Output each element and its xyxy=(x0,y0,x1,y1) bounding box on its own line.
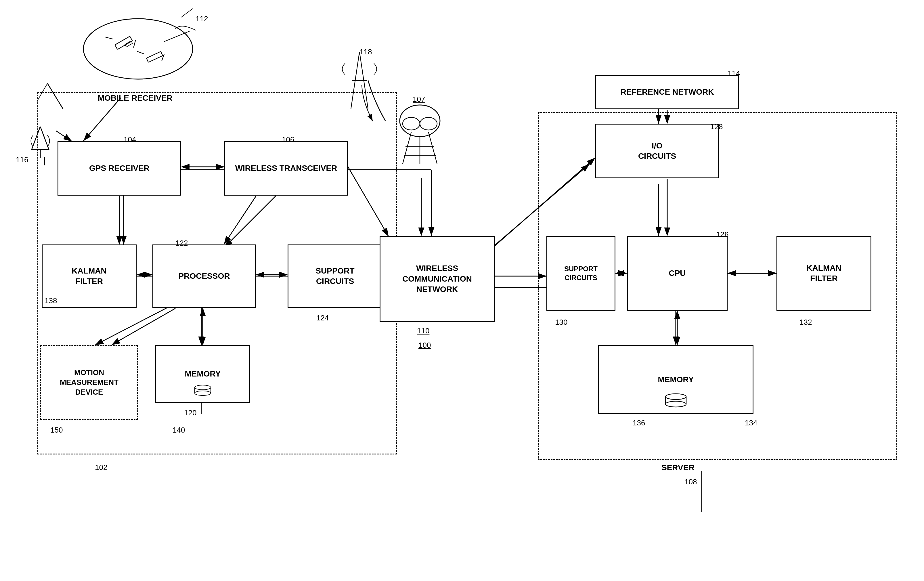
ref-128: 128 xyxy=(710,122,723,131)
kalman-filter-left-label: KALMANFILTER xyxy=(72,266,106,287)
ref-130: 130 xyxy=(555,318,568,327)
server-label: SERVER xyxy=(662,463,695,472)
ref-106: 106 xyxy=(282,135,294,144)
svg-rect-25 xyxy=(115,36,132,50)
svg-point-47 xyxy=(195,385,211,390)
ref-122: 122 xyxy=(175,239,188,248)
memory-left-label: MEMORY xyxy=(185,369,221,379)
kalman-filter-right-box: KALMANFILTER xyxy=(777,236,871,310)
ref-104: 104 xyxy=(124,135,136,144)
support-circuits-left-box: SUPPORTCIRCUITS xyxy=(287,244,383,308)
ref-116: 116 xyxy=(16,155,28,164)
cpu-label: CPU xyxy=(668,268,686,279)
wireless-transceiver-box: WIRELESS TRANSCEIVER xyxy=(224,141,348,196)
ref-112: 112 xyxy=(196,14,208,23)
ref-124: 124 xyxy=(316,314,329,322)
processor-box: PROCESSOR xyxy=(152,244,256,308)
svg-line-30 xyxy=(137,49,144,56)
ref-138: 138 xyxy=(45,296,57,305)
io-circuits-box: I/OCIRCUITS xyxy=(595,124,719,178)
wcn-label: WIRELESSCOMMUNICATIONNETWORK xyxy=(402,263,472,294)
motion-device-box: MOTIONMEASUREMENTDEVICE xyxy=(40,345,138,420)
svg-line-32 xyxy=(181,8,193,17)
ref-118: 118 xyxy=(360,48,372,56)
svg-line-27 xyxy=(105,34,112,42)
ref-114: 114 xyxy=(728,69,740,78)
svg-rect-29 xyxy=(146,51,163,63)
ref-108: 108 xyxy=(685,477,697,486)
ref-126: 126 xyxy=(716,230,728,239)
support-circuits-right-label: SUPPORTCIRCUITS xyxy=(564,264,597,282)
memory-right-label: MEMORY xyxy=(658,375,694,385)
svg-line-42 xyxy=(403,132,411,164)
ref-100: 100 xyxy=(418,341,431,350)
svg-point-39 xyxy=(400,105,440,137)
mobile-receiver-label: MOBILE RECEIVER xyxy=(98,94,173,103)
kalman-filter-right-label: KALMANFILTER xyxy=(806,263,841,284)
svg-point-51 xyxy=(665,394,686,399)
svg-rect-26 xyxy=(125,41,132,47)
memory-left-box: MEMORY xyxy=(155,345,250,403)
reference-network-label: REFERENCE NETWORK xyxy=(620,87,714,97)
ref-132: 132 xyxy=(799,318,812,327)
ref-102: 102 xyxy=(95,463,107,472)
svg-point-40 xyxy=(403,117,420,130)
ref-134: 134 xyxy=(745,419,757,427)
ref-110: 110 xyxy=(417,327,429,335)
ref-150: 150 xyxy=(50,426,63,435)
reference-network-box: REFERENCE NETWORK xyxy=(595,75,739,109)
ref-107: 107 xyxy=(412,95,425,104)
svg-point-41 xyxy=(420,117,437,130)
ref-136: 136 xyxy=(633,419,645,427)
gps-receiver-label: GPS RECEIVER xyxy=(89,163,150,173)
ref-140: 140 xyxy=(173,426,185,435)
cpu-box: CPU xyxy=(627,236,728,310)
motion-device-label: MOTIONMEASUREMENTDEVICE xyxy=(60,368,119,397)
wireless-transceiver-label: WIRELESS TRANSCEIVER xyxy=(235,163,337,173)
support-circuits-right-box: SUPPORTCIRCUITS xyxy=(546,236,615,310)
svg-line-43 xyxy=(429,132,437,164)
ref-120: 120 xyxy=(184,408,196,418)
svg-point-54 xyxy=(665,401,686,407)
svg-line-31 xyxy=(160,54,167,61)
wcn-box: WIRELESSCOMMUNICATIONNETWORK xyxy=(380,236,495,322)
svg-point-50 xyxy=(195,391,211,396)
memory-right-box: MEMORY xyxy=(598,345,754,414)
support-circuits-left-label: SUPPORTCIRCUITS xyxy=(315,266,354,287)
processor-label: PROCESSOR xyxy=(178,271,230,281)
gps-receiver-box: GPS RECEIVER xyxy=(58,141,181,196)
io-circuits-label: I/OCIRCUITS xyxy=(638,141,676,162)
